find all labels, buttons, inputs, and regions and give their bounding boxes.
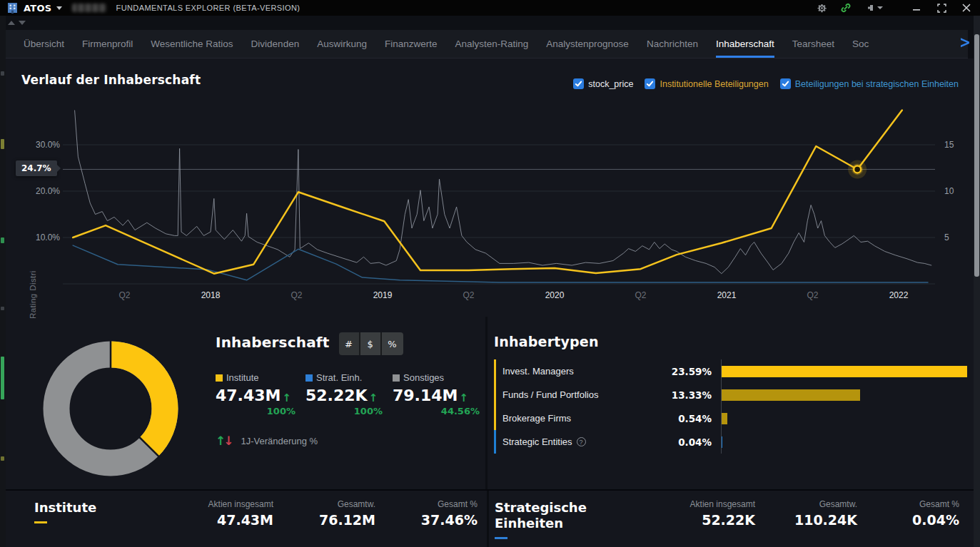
stat-swatch	[305, 374, 313, 382]
ownership-donut-chart[interactable]	[39, 337, 182, 480]
tab-inhaberschaft[interactable]: Inhaberschaft	[716, 30, 774, 58]
change-legend-label: 1J-Veränderung %	[241, 436, 318, 446]
stat-label-text: Institute	[226, 372, 259, 383]
legend-stock-price[interactable]: stock_price	[573, 78, 633, 89]
x-tick: Q2	[268, 290, 325, 300]
sort-up-icon[interactable]	[8, 21, 15, 25]
tabs-overflow-chevron-icon[interactable]: >	[959, 31, 971, 51]
minimap-mark	[1, 139, 4, 149]
stat-change: 44.56%	[393, 406, 480, 416]
link-icon[interactable]	[839, 1, 852, 14]
summary-stat-value: 37.46%	[375, 512, 478, 528]
pin-icon	[864, 3, 875, 13]
stat-value: 52.22K	[305, 387, 368, 404]
y-left-tick: 20.0%	[14, 186, 60, 196]
scrollbar-thumb[interactable]	[974, 34, 979, 277]
tab-firmenprofil[interactable]: Firmenprofil	[82, 30, 133, 58]
stat-label: Sonstiges	[393, 372, 480, 383]
summary-stat-label: Gesamt %	[375, 499, 478, 509]
x-tick: 2021	[698, 290, 755, 300]
series-stock-price	[75, 111, 931, 274]
tab-finanzwerte[interactable]: Finanzwerte	[385, 30, 438, 58]
up-arrow-icon: ↑	[459, 392, 468, 404]
summary-stat-value: 47.43M	[171, 512, 273, 528]
x-tick: Q2	[784, 290, 842, 300]
stat-swatch	[393, 374, 400, 382]
tab-nachrichten[interactable]: Nachrichten	[647, 30, 698, 58]
pin-dropdown[interactable]	[864, 3, 883, 13]
owner-type-bar-track	[721, 359, 967, 383]
owner-type-row-funds-fund-portfolios: Funds / Fund Portfolios13.33%	[494, 383, 967, 407]
owner-type-row-strategic-entities: Strategic Entities?0.04%	[494, 430, 967, 454]
ownership-history-chart[interactable]	[6, 58, 974, 315]
y-axis-title: Rating Distri	[29, 235, 37, 319]
sort-down-icon[interactable]	[19, 21, 26, 25]
left-minimap-strip[interactable]	[0, 16, 6, 547]
minimap-mark	[1, 307, 4, 310]
gear-icon[interactable]	[815, 1, 828, 14]
up-arrow-icon: ↑	[369, 392, 378, 404]
checkbox-checked-icon[interactable]	[573, 78, 584, 89]
stat-change: 100%	[305, 406, 383, 416]
summary-stat-gesamt: Gesamt %37.46%	[375, 499, 478, 547]
summary-card-title: StrategischeEinheiten	[489, 491, 653, 547]
ticker-dropdown-caret[interactable]	[56, 6, 62, 10]
tab-tearsheet[interactable]: Tearsheet	[792, 30, 834, 58]
ownership-stat-strat-einh: Strat. Einh.52.22K↑100%	[305, 372, 383, 416]
minimap-mark	[1, 456, 4, 461]
y-left-tick: 30.0%	[14, 140, 60, 150]
tab-analystenprognose[interactable]: Analystenprognose	[546, 30, 629, 58]
summary-stat-value: 76.12M	[273, 512, 375, 528]
summary-card-title-line: Strategische	[495, 500, 653, 516]
x-tick: 2020	[526, 290, 583, 300]
y-left-tick: 10.0%	[14, 232, 60, 242]
series-beteiligungen-bei-strategischen-einheiten	[73, 245, 928, 282]
y-right-tick: 5	[944, 232, 949, 242]
owner-types-title: Inhabertypen	[494, 334, 967, 349]
minimize-button[interactable]	[910, 1, 923, 14]
ownership-stat-sonstiges: Sonstiges79.14M↑44.56%	[393, 372, 480, 416]
unit-toggle-group: #$%	[339, 332, 403, 355]
summary-stat-label: Aktien insgesamt	[171, 499, 273, 509]
tab-dividenden[interactable]: Dividenden	[251, 30, 300, 58]
summary-card-accent-dash	[34, 521, 47, 523]
legend-beteiligungen-bei-strategischen-einheiten[interactable]: Beteiligungen bei strategischen Einheite…	[780, 78, 959, 89]
x-tick: 2018	[182, 290, 239, 300]
summary-stat-aktien-insgesamt: Aktien insgesamt47.43M	[171, 499, 273, 547]
tab-list: ÜbersichtFirmenprofilWesentliche RatiosD…	[6, 30, 968, 58]
maximize-button[interactable]	[935, 1, 948, 14]
summary-card-title: Institute	[6, 491, 170, 547]
tab-bersicht[interactable]: Übersicht	[24, 30, 64, 58]
tab-soc[interactable]: Soc	[852, 30, 869, 58]
legend-institutionelle-beteiligungen[interactable]: Institutionelle Beteiligungen	[645, 78, 768, 89]
summary-stat-label: Gesamt %	[857, 499, 959, 509]
x-tick: 2019	[354, 290, 411, 300]
owner-type-bar-track	[721, 383, 967, 407]
unit-button-currency[interactable]: $	[360, 332, 382, 355]
close-button[interactable]	[960, 1, 973, 14]
owner-type-label-text: Invest. Managers	[502, 366, 574, 377]
summary-stat-label: Gesamtw.	[755, 499, 857, 509]
selected-point-marker[interactable]	[854, 165, 861, 173]
stat-value-row: 79.14M↑	[393, 387, 480, 404]
tab-wesentliche-ratios[interactable]: Wesentliche Ratios	[151, 30, 233, 58]
stat-label-text: Strat. Einh.	[316, 372, 362, 383]
unit-button-count[interactable]: #	[339, 332, 360, 355]
checkbox-checked-icon[interactable]	[645, 78, 655, 89]
tab-auswirkung[interactable]: Auswirkung	[317, 30, 367, 58]
unit-button-percent[interactable]: %	[382, 332, 403, 355]
crosshair-value-tooltip: 24.7%	[16, 160, 57, 176]
info-icon[interactable]: ?	[577, 437, 586, 446]
x-tick: 2022	[870, 290, 927, 300]
owner-type-label: Brokerage Firms	[496, 413, 660, 424]
summary-stat-gesamtw: Gesamtw.110.24K	[755, 499, 857, 547]
summary-card-stats: Aktien insgesamt52.22KGesamtw.110.24KGes…	[653, 491, 974, 547]
stat-value: 47.43M	[216, 387, 281, 404]
summary-card-accent-dash	[495, 537, 507, 539]
owner-type-label-text: Funds / Fund Portfolios	[502, 389, 598, 400]
tab-analysten-rating[interactable]: Analysten-Rating	[455, 30, 528, 58]
ticker-symbol[interactable]: ATOS	[24, 3, 52, 14]
vertical-scrollbar[interactable]	[974, 16, 980, 547]
summary-stat-aktien-insgesamt: Aktien insgesamt52.22K	[653, 499, 755, 547]
checkbox-checked-icon[interactable]	[780, 78, 791, 89]
